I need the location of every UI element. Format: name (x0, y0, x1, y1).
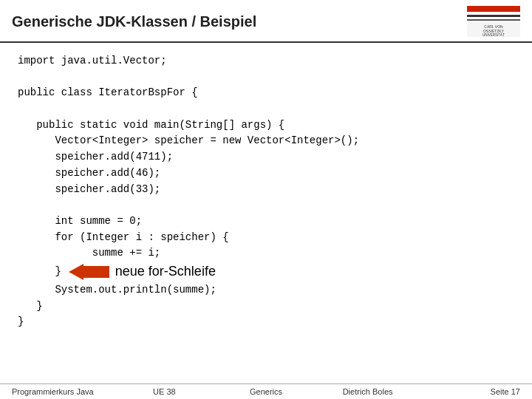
footer-topic: Generics (215, 387, 317, 396)
code-line-8: speicher.add(46); (18, 166, 514, 182)
svg-rect-4 (467, 19, 520, 21)
svg-rect-0 (467, 6, 520, 12)
code-line-17: } (18, 314, 514, 330)
footer: Programmierkurs Java UE 38 Generics Diet… (0, 383, 532, 399)
svg-rect-2 (467, 15, 520, 17)
page-title: Generische JDK-Klassen / Beispiel (12, 13, 256, 30)
svg-marker-9 (69, 264, 109, 280)
header: Generische JDK-Klassen / Beispiel CARL V… (0, 0, 532, 43)
arrow-icon (69, 264, 109, 280)
code-block: import java.util.Vector; public class It… (18, 53, 514, 330)
code-line-13: summe += i; (18, 245, 514, 262)
svg-text:UNIVERSITÄT: UNIVERSITÄT (482, 33, 505, 37)
footer-course: Programmierkurs Java (12, 387, 114, 396)
code-line-3: public class IteratorBspFor { (18, 85, 514, 101)
footer-author: Dietrich Boles (317, 387, 419, 396)
code-line-16: } (18, 299, 514, 315)
svg-rect-3 (467, 17, 520, 19)
footer-page: Seite 17 (418, 387, 520, 396)
code-line-15: System.out.println(summe); (18, 282, 514, 299)
code-line-9: speicher.add(33); (18, 182, 514, 198)
code-line-12: for (Integer i : speicher) { (18, 230, 514, 246)
code-line-11: int summe = 0; (18, 214, 514, 230)
annotation-label: neue for-Schleife (115, 262, 216, 282)
annotation-row: } neue for-Schleife (18, 262, 514, 282)
code-line-6: Vector<Integer> speicher = new Vector<In… (18, 133, 514, 149)
closing-brace-line: } (18, 264, 61, 280)
main-content: import java.util.Vector; public class It… (0, 43, 532, 338)
svg-rect-1 (467, 12, 520, 15)
code-line-2 (18, 69, 514, 86)
footer-ue: UE 38 (114, 387, 216, 396)
code-line-4 (18, 101, 514, 117)
code-line-7: speicher.add(4711); (18, 149, 514, 166)
code-line-5: public static void main(String[] args) { (18, 117, 514, 134)
university-logo: CARL VON OSSIETZKY UNIVERSITÄT (467, 6, 520, 37)
code-line-1: import java.util.Vector; (18, 53, 514, 69)
code-line-10 (18, 197, 514, 214)
